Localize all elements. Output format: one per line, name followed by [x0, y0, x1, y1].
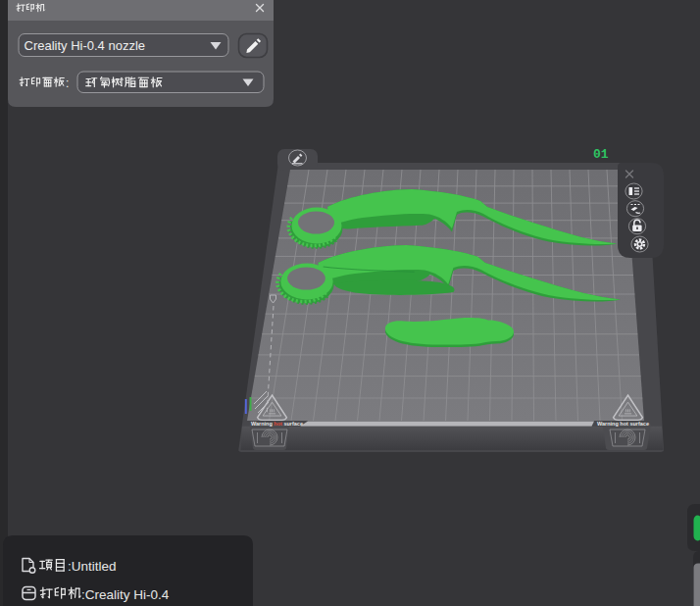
svg-text::Creality Hi-0.4: :Creality Hi-0.4 [81, 587, 170, 602]
svg-text::: : [66, 76, 69, 90]
svg-text:Warning hot surface: Warning hot surface [251, 421, 303, 427]
svg-text:01: 01 [593, 147, 609, 162]
svg-text:Creality Hi-0.4 nozzle: Creality Hi-0.4 nozzle [25, 38, 146, 53]
svg-text:Warning hot surface: Warning hot surface [597, 421, 649, 427]
svg-text::Untitled: :Untitled [68, 559, 117, 574]
